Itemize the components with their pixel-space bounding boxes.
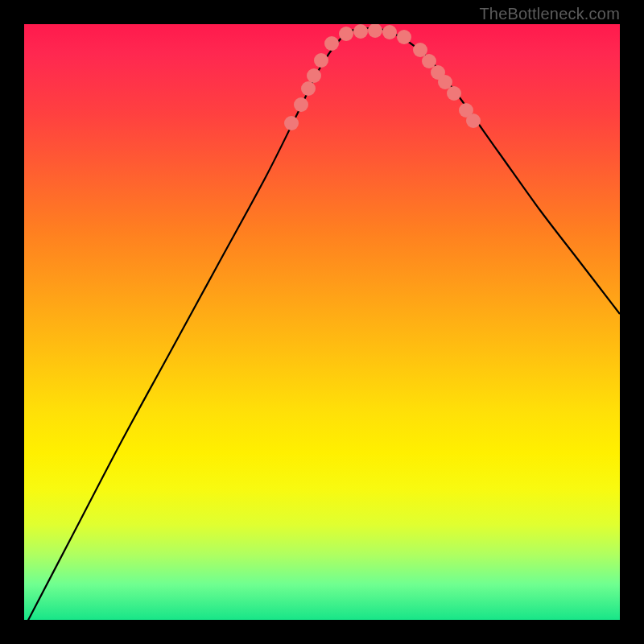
marker-point xyxy=(466,114,481,128)
highlight-markers xyxy=(284,24,481,130)
marker-point xyxy=(301,81,316,96)
marker-point xyxy=(339,27,353,41)
marker-point xyxy=(314,53,328,68)
marker-point xyxy=(413,43,427,57)
bottleneck-curve xyxy=(24,28,620,620)
marker-point xyxy=(368,24,382,38)
marker-point xyxy=(294,97,308,112)
marker-point xyxy=(447,86,461,101)
watermark-text: TheBottleneck.com xyxy=(479,5,620,23)
chart-svg xyxy=(24,24,620,620)
marker-point xyxy=(422,54,436,68)
chart-container: TheBottleneck.com xyxy=(0,0,644,644)
marker-point xyxy=(397,30,411,44)
marker-point xyxy=(438,75,452,89)
marker-point xyxy=(307,68,321,83)
marker-point xyxy=(353,24,368,39)
marker-point xyxy=(382,25,397,39)
marker-point xyxy=(324,36,339,51)
marker-point xyxy=(284,116,299,130)
